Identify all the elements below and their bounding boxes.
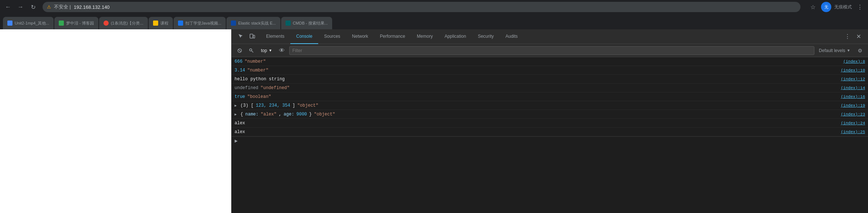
- tab-audits[interactable]: Audits: [500, 29, 523, 44]
- nav-buttons: ← → ↻: [3, 2, 38, 12]
- console-line: true "boolean" (index):16: [232, 92, 868, 101]
- menu-button[interactable]: ⋮: [855, 2, 865, 12]
- file-reference[interactable]: (index):14: [841, 86, 865, 90]
- tab-favicon-kd: [178, 21, 183, 26]
- console-line: 666 "number" (index):8: [232, 57, 868, 66]
- value-plain: hello python string: [235, 77, 285, 82]
- devtools-tabs: Elements Console Sources Network Perform…: [260, 29, 839, 44]
- file-reference[interactable]: (index):24: [841, 121, 865, 125]
- chevron-down-icon: ▼: [269, 48, 272, 52]
- object-close-brace: }: [309, 112, 312, 117]
- console-filter-button[interactable]: [246, 45, 257, 56]
- tab-unit2-label: Unit2-1mp4_其他...: [15, 21, 49, 26]
- browser-actions: ☆ 无 无痕模式 ⋮: [808, 2, 865, 12]
- tab-ke[interactable]: 课程: [149, 17, 173, 29]
- devtools-panel: Elements Console Sources Network Perform…: [231, 29, 868, 213]
- default-levels-selector[interactable]: Default levels ▼: [817, 47, 853, 55]
- tab-memory[interactable]: Memory: [411, 29, 439, 44]
- tab-meng[interactable]: 梦中泪 - 博客园: [54, 17, 98, 29]
- console-content: 3.14 "number": [235, 68, 841, 73]
- expand-triangle-icon[interactable]: ▶: [235, 103, 237, 108]
- file-reference[interactable]: (index):19: [841, 103, 865, 108]
- reload-button[interactable]: ↻: [28, 2, 38, 12]
- svg-rect-1: [253, 35, 255, 38]
- forward-button[interactable]: →: [15, 2, 26, 12]
- tab-sources[interactable]: Sources: [318, 29, 346, 44]
- tab-kd[interactable]: 扣丁学堂Java视频...: [174, 17, 226, 29]
- console-content: undefined "undefined": [235, 85, 841, 91]
- console-toolbar: top ▼ 👁 Default levels ▼ ⚙: [232, 44, 868, 57]
- console-line: ▶ (3) [123, 234, 354] "object" (index):1…: [232, 101, 868, 110]
- svg-line-5: [252, 51, 254, 52]
- tab-favicon-cmdb: [286, 21, 291, 26]
- tab-console[interactable]: Console: [290, 29, 318, 44]
- svg-point-4: [250, 49, 252, 51]
- tab-performance[interactable]: Performance: [374, 29, 411, 44]
- console-input[interactable]: [240, 139, 865, 144]
- eye-icon-button[interactable]: 👁: [277, 45, 287, 56]
- file-reference[interactable]: (index):10: [841, 68, 865, 73]
- value-type: "number": [245, 59, 266, 64]
- url-display: 192.168.132.140: [74, 4, 110, 10]
- tab-elastic[interactable]: Elastic stack实战 E...: [226, 17, 280, 29]
- file-reference[interactable]: (index):23: [841, 112, 865, 117]
- tab-cmdb[interactable]: CMDB - 搜索结果...: [281, 17, 332, 29]
- object-val-str: "alex": [261, 112, 276, 117]
- context-selector[interactable]: top ▼: [259, 47, 275, 55]
- value-type: "number": [247, 68, 269, 73]
- profile-button[interactable]: 无: [821, 2, 831, 12]
- svg-rect-0: [250, 34, 253, 38]
- filter-input[interactable]: [289, 46, 814, 55]
- inspect-element-button[interactable]: [236, 32, 246, 42]
- bookmark-button[interactable]: ☆: [808, 2, 818, 12]
- page-area: [0, 29, 231, 213]
- console-output[interactable]: 666 "number" (index):8 3.14 "number" (in…: [232, 57, 868, 213]
- array-values: 123, 234, 354: [256, 103, 290, 108]
- tab-c[interactable]: (1条消息)【分类...: [99, 17, 148, 29]
- console-line: alex (index):24: [232, 119, 868, 128]
- value-number: 666: [235, 59, 243, 64]
- value-plain: alex: [235, 121, 245, 126]
- file-reference[interactable]: (index):12: [841, 77, 865, 81]
- expand-triangle-icon[interactable]: ▶: [235, 112, 237, 117]
- tab-elements[interactable]: Elements: [260, 29, 290, 44]
- levels-chevron-icon: ▼: [847, 48, 850, 52]
- console-line: 3.14 "number" (index):10: [232, 66, 868, 75]
- more-options-button[interactable]: ⋮: [842, 32, 853, 42]
- object-key2: age:: [284, 112, 294, 117]
- value-bracket: ]: [293, 103, 295, 108]
- tab-favicon-c: [103, 21, 109, 26]
- device-toggle-button[interactable]: [247, 32, 257, 42]
- file-reference[interactable]: (index):25: [841, 130, 865, 134]
- object-val-num: 9000: [296, 112, 307, 117]
- file-reference[interactable]: (index):16: [841, 95, 865, 99]
- console-line: alex (index):25: [232, 128, 868, 136]
- devtools-right-tools: ⋮ ✕: [839, 32, 867, 42]
- object-key: name:: [245, 112, 258, 117]
- address-bar[interactable]: ⚠ 不安全 | 192.168.132.140: [43, 2, 800, 12]
- tab-network[interactable]: Network: [346, 29, 374, 44]
- console-line: ▶ {name: "alex", age: 9000} "object" (in…: [232, 110, 868, 119]
- value-plain: alex: [235, 129, 245, 135]
- tab-favicon-meng: [59, 21, 64, 26]
- tab-favicon-unit2: [7, 21, 12, 26]
- console-content: alex: [235, 129, 841, 135]
- console-settings-button[interactable]: ⚙: [855, 45, 865, 56]
- lock-icon: ⚠: [47, 4, 51, 10]
- file-reference[interactable]: (index):8: [843, 59, 865, 64]
- console-content: ▶ {name: "alex", age: 9000} "object": [235, 112, 841, 117]
- tabs-bar: Unit2-1mp4_其他... 梦中泪 - 博客园 (1条消息)【分类... …: [0, 14, 868, 29]
- tab-elastic-label: Elastic stack实战 E...: [238, 21, 276, 26]
- incognito-label: 无痕模式: [834, 4, 852, 10]
- close-devtools-button[interactable]: ✕: [853, 32, 864, 42]
- default-levels-label: Default levels: [819, 48, 845, 53]
- tab-meng-label: 梦中泪 - 博客园: [66, 21, 94, 26]
- tab-unit2[interactable]: Unit2-1mp4_其他...: [3, 17, 54, 29]
- tab-security[interactable]: Security: [472, 29, 500, 44]
- console-clear-button[interactable]: [235, 45, 245, 56]
- back-button[interactable]: ←: [3, 2, 13, 12]
- value-type: "object": [314, 112, 335, 117]
- tab-application[interactable]: Application: [439, 29, 472, 44]
- address-text: 不安全 |: [54, 4, 71, 10]
- console-content: hello python string: [235, 77, 841, 82]
